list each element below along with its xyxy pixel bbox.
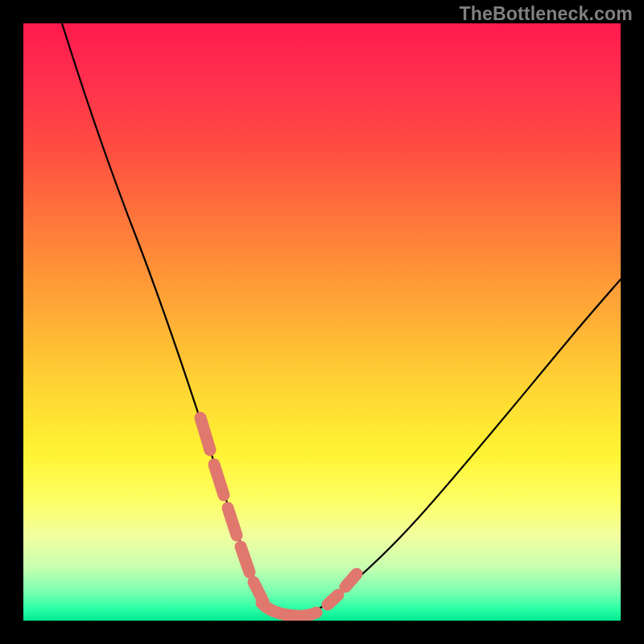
salmon-left-dash-4 [241, 547, 250, 572]
bottleneck-curve-svg [23, 23, 621, 621]
salmon-right-dash-2 [345, 574, 357, 587]
chart-frame: TheBottleneck.com [0, 0, 644, 644]
salmon-left-dash-2 [214, 464, 224, 495]
salmon-left-dash-3 [228, 508, 237, 535]
bottleneck-curve-path [62, 23, 621, 617]
salmon-left-dash-1 [200, 418, 210, 450]
salmon-highlight-group [200, 418, 357, 616]
salmon-bottom [262, 603, 316, 616]
salmon-right-dash-1 [328, 595, 338, 605]
plot-area [23, 23, 621, 621]
watermark-text: TheBottleneck.com [459, 3, 633, 25]
